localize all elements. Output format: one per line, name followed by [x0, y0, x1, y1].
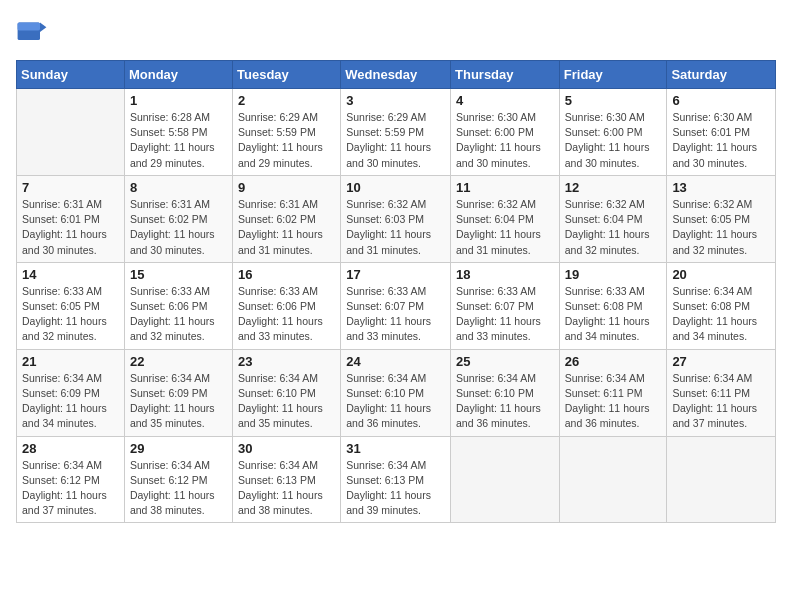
col-header-wednesday: Wednesday — [341, 61, 451, 89]
week-row-5: 28Sunrise: 6:34 AM Sunset: 6:12 PM Dayli… — [17, 436, 776, 523]
day-cell: 19Sunrise: 6:33 AM Sunset: 6:08 PM Dayli… — [559, 262, 667, 349]
day-detail: Sunrise: 6:34 AM Sunset: 6:11 PM Dayligh… — [565, 371, 662, 432]
header-row: SundayMondayTuesdayWednesdayThursdayFrid… — [17, 61, 776, 89]
day-detail: Sunrise: 6:32 AM Sunset: 6:03 PM Dayligh… — [346, 197, 445, 258]
day-cell: 10Sunrise: 6:32 AM Sunset: 6:03 PM Dayli… — [341, 175, 451, 262]
day-cell — [667, 436, 776, 523]
day-cell: 20Sunrise: 6:34 AM Sunset: 6:08 PM Dayli… — [667, 262, 776, 349]
day-detail: Sunrise: 6:29 AM Sunset: 5:59 PM Dayligh… — [346, 110, 445, 171]
calendar-body: 1Sunrise: 6:28 AM Sunset: 5:58 PM Daylig… — [17, 89, 776, 523]
day-cell: 14Sunrise: 6:33 AM Sunset: 6:05 PM Dayli… — [17, 262, 125, 349]
day-cell: 8Sunrise: 6:31 AM Sunset: 6:02 PM Daylig… — [124, 175, 232, 262]
col-header-monday: Monday — [124, 61, 232, 89]
col-header-thursday: Thursday — [451, 61, 560, 89]
day-cell: 16Sunrise: 6:33 AM Sunset: 6:06 PM Dayli… — [233, 262, 341, 349]
day-cell: 3Sunrise: 6:29 AM Sunset: 5:59 PM Daylig… — [341, 89, 451, 176]
col-header-friday: Friday — [559, 61, 667, 89]
day-detail: Sunrise: 6:34 AM Sunset: 6:10 PM Dayligh… — [346, 371, 445, 432]
page-header — [16, 16, 776, 48]
day-cell: 21Sunrise: 6:34 AM Sunset: 6:09 PM Dayli… — [17, 349, 125, 436]
calendar-table: SundayMondayTuesdayWednesdayThursdayFrid… — [16, 60, 776, 523]
week-row-4: 21Sunrise: 6:34 AM Sunset: 6:09 PM Dayli… — [17, 349, 776, 436]
day-detail: Sunrise: 6:34 AM Sunset: 6:13 PM Dayligh… — [346, 458, 445, 519]
day-detail: Sunrise: 6:28 AM Sunset: 5:58 PM Dayligh… — [130, 110, 227, 171]
day-detail: Sunrise: 6:34 AM Sunset: 6:12 PM Dayligh… — [130, 458, 227, 519]
day-detail: Sunrise: 6:34 AM Sunset: 6:11 PM Dayligh… — [672, 371, 770, 432]
day-cell: 13Sunrise: 6:32 AM Sunset: 6:05 PM Dayli… — [667, 175, 776, 262]
day-number: 18 — [456, 267, 554, 282]
day-cell: 27Sunrise: 6:34 AM Sunset: 6:11 PM Dayli… — [667, 349, 776, 436]
day-number: 3 — [346, 93, 445, 108]
day-detail: Sunrise: 6:34 AM Sunset: 6:13 PM Dayligh… — [238, 458, 335, 519]
logo — [16, 16, 52, 48]
day-detail: Sunrise: 6:34 AM Sunset: 6:09 PM Dayligh… — [22, 371, 119, 432]
day-number: 1 — [130, 93, 227, 108]
day-number: 22 — [130, 354, 227, 369]
day-cell: 22Sunrise: 6:34 AM Sunset: 6:09 PM Dayli… — [124, 349, 232, 436]
day-number: 2 — [238, 93, 335, 108]
day-number: 26 — [565, 354, 662, 369]
day-detail: Sunrise: 6:34 AM Sunset: 6:08 PM Dayligh… — [672, 284, 770, 345]
day-cell: 1Sunrise: 6:28 AM Sunset: 5:58 PM Daylig… — [124, 89, 232, 176]
day-number: 16 — [238, 267, 335, 282]
day-detail: Sunrise: 6:33 AM Sunset: 6:08 PM Dayligh… — [565, 284, 662, 345]
day-cell — [559, 436, 667, 523]
day-number: 12 — [565, 180, 662, 195]
day-cell: 5Sunrise: 6:30 AM Sunset: 6:00 PM Daylig… — [559, 89, 667, 176]
col-header-saturday: Saturday — [667, 61, 776, 89]
day-number: 8 — [130, 180, 227, 195]
day-detail: Sunrise: 6:30 AM Sunset: 6:01 PM Dayligh… — [672, 110, 770, 171]
day-detail: Sunrise: 6:34 AM Sunset: 6:10 PM Dayligh… — [238, 371, 335, 432]
day-number: 31 — [346, 441, 445, 456]
day-cell: 24Sunrise: 6:34 AM Sunset: 6:10 PM Dayli… — [341, 349, 451, 436]
day-number: 9 — [238, 180, 335, 195]
day-number: 21 — [22, 354, 119, 369]
day-detail: Sunrise: 6:29 AM Sunset: 5:59 PM Dayligh… — [238, 110, 335, 171]
day-cell: 9Sunrise: 6:31 AM Sunset: 6:02 PM Daylig… — [233, 175, 341, 262]
day-number: 7 — [22, 180, 119, 195]
day-cell: 17Sunrise: 6:33 AM Sunset: 6:07 PM Dayli… — [341, 262, 451, 349]
day-detail: Sunrise: 6:32 AM Sunset: 6:04 PM Dayligh… — [456, 197, 554, 258]
svg-marker-1 — [40, 22, 46, 32]
day-detail: Sunrise: 6:31 AM Sunset: 6:02 PM Dayligh… — [238, 197, 335, 258]
week-row-3: 14Sunrise: 6:33 AM Sunset: 6:05 PM Dayli… — [17, 262, 776, 349]
day-cell: 18Sunrise: 6:33 AM Sunset: 6:07 PM Dayli… — [451, 262, 560, 349]
day-detail: Sunrise: 6:34 AM Sunset: 6:10 PM Dayligh… — [456, 371, 554, 432]
day-detail: Sunrise: 6:31 AM Sunset: 6:01 PM Dayligh… — [22, 197, 119, 258]
day-detail: Sunrise: 6:33 AM Sunset: 6:07 PM Dayligh… — [456, 284, 554, 345]
day-cell: 6Sunrise: 6:30 AM Sunset: 6:01 PM Daylig… — [667, 89, 776, 176]
svg-rect-2 — [18, 22, 40, 30]
day-number: 28 — [22, 441, 119, 456]
day-cell: 2Sunrise: 6:29 AM Sunset: 5:59 PM Daylig… — [233, 89, 341, 176]
day-number: 4 — [456, 93, 554, 108]
day-cell — [17, 89, 125, 176]
day-detail: Sunrise: 6:33 AM Sunset: 6:06 PM Dayligh… — [238, 284, 335, 345]
week-row-2: 7Sunrise: 6:31 AM Sunset: 6:01 PM Daylig… — [17, 175, 776, 262]
day-cell: 28Sunrise: 6:34 AM Sunset: 6:12 PM Dayli… — [17, 436, 125, 523]
day-cell: 26Sunrise: 6:34 AM Sunset: 6:11 PM Dayli… — [559, 349, 667, 436]
day-detail: Sunrise: 6:33 AM Sunset: 6:07 PM Dayligh… — [346, 284, 445, 345]
day-number: 23 — [238, 354, 335, 369]
day-number: 24 — [346, 354, 445, 369]
day-number: 19 — [565, 267, 662, 282]
day-number: 25 — [456, 354, 554, 369]
day-cell: 31Sunrise: 6:34 AM Sunset: 6:13 PM Dayli… — [341, 436, 451, 523]
day-cell: 25Sunrise: 6:34 AM Sunset: 6:10 PM Dayli… — [451, 349, 560, 436]
calendar-header: SundayMondayTuesdayWednesdayThursdayFrid… — [17, 61, 776, 89]
day-number: 17 — [346, 267, 445, 282]
day-detail: Sunrise: 6:34 AM Sunset: 6:09 PM Dayligh… — [130, 371, 227, 432]
day-detail: Sunrise: 6:32 AM Sunset: 6:04 PM Dayligh… — [565, 197, 662, 258]
day-cell: 11Sunrise: 6:32 AM Sunset: 6:04 PM Dayli… — [451, 175, 560, 262]
day-detail: Sunrise: 6:30 AM Sunset: 6:00 PM Dayligh… — [456, 110, 554, 171]
day-number: 11 — [456, 180, 554, 195]
day-detail: Sunrise: 6:33 AM Sunset: 6:05 PM Dayligh… — [22, 284, 119, 345]
day-detail: Sunrise: 6:31 AM Sunset: 6:02 PM Dayligh… — [130, 197, 227, 258]
day-number: 13 — [672, 180, 770, 195]
day-number: 14 — [22, 267, 119, 282]
day-detail: Sunrise: 6:30 AM Sunset: 6:00 PM Dayligh… — [565, 110, 662, 171]
day-detail: Sunrise: 6:33 AM Sunset: 6:06 PM Dayligh… — [130, 284, 227, 345]
col-header-tuesday: Tuesday — [233, 61, 341, 89]
day-cell: 7Sunrise: 6:31 AM Sunset: 6:01 PM Daylig… — [17, 175, 125, 262]
col-header-sunday: Sunday — [17, 61, 125, 89]
day-cell: 12Sunrise: 6:32 AM Sunset: 6:04 PM Dayli… — [559, 175, 667, 262]
